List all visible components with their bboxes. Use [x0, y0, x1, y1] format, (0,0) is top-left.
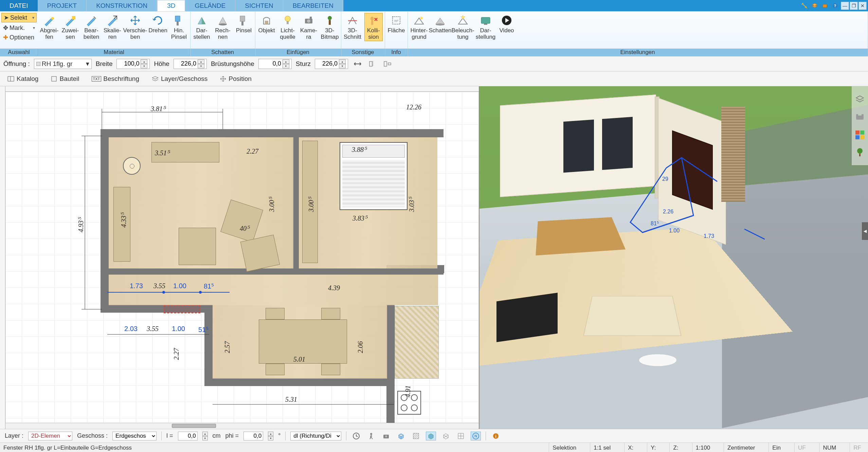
layer-button[interactable]: Layer/Geschoss: [148, 73, 211, 84]
placement-icon[interactable]: [382, 59, 393, 69]
sturz-input[interactable]: [317, 60, 338, 67]
menu-file[interactable]: DATEI: [0, 0, 38, 11]
verschieben-tool[interactable]: Verschie- ben: [124, 13, 146, 41]
abgreifen-tool[interactable]: Abgrei- fen: [40, 13, 58, 41]
phi-spin-down[interactable]: ▼: [268, 436, 273, 440]
menu-bearbeiten[interactable]: BEARBEITEN: [283, 0, 343, 11]
schatten-pinsel-tool[interactable]: Pinsel: [235, 13, 253, 35]
geschoss-select[interactable]: Erdgeschos: [112, 432, 157, 440]
view-3d[interactable]: 2.26 1.00 81⁵ 1.73 29 ◀: [480, 86, 868, 429]
layer-label: Layer/Geschoss: [161, 75, 207, 83]
view-2d[interactable]: 3.81⁵ 12.26 4.93⁵ 3.51⁵ 2.27 4.33⁵ 3.00⁵…: [0, 86, 480, 429]
flaeche-label: Fläche: [387, 28, 405, 34]
walk-icon[interactable]: [366, 432, 376, 440]
hintergrund-tool[interactable]: Hinter- grund: [410, 13, 428, 41]
hscroll-thumb[interactable]: [172, 424, 216, 428]
oeffnung-dropdown[interactable]: RH 1flg. gr ▾: [34, 59, 92, 69]
phi-input[interactable]: [243, 432, 263, 440]
optionen-button[interactable]: ✚ Optionen: [1, 33, 37, 42]
right-sidebar: [852, 86, 868, 165]
hatch-icon[interactable]: [411, 432, 421, 440]
menu-3d[interactable]: 3D: [157, 0, 185, 11]
schnitt-label: 3D- Schnitt: [344, 28, 361, 40]
materials-panel-icon[interactable]: [853, 128, 867, 141]
l-input[interactable]: [178, 432, 198, 440]
flaeche-tool[interactable]: m²Fläche: [387, 13, 405, 35]
dl-select[interactable]: dl (Richtung/Di: [290, 432, 341, 440]
grid-icon[interactable]: [456, 432, 466, 440]
bauteil-button[interactable]: Bauteil: [47, 73, 83, 84]
bruestung-spinner[interactable]: ▲▼: [283, 59, 289, 68]
restore-button[interactable]: ❐: [850, 2, 858, 10]
layer-select[interactable]: 2D-Elemen: [28, 432, 72, 440]
close-button[interactable]: ✕: [858, 2, 867, 10]
rechnen-tool[interactable]: Rech- nen: [214, 13, 232, 41]
kamera-tool[interactable]: Kame- ra: [300, 13, 318, 41]
layers-panel-icon[interactable]: [853, 92, 867, 106]
sturz-spinner[interactable]: ▲▼: [339, 59, 346, 68]
help-icon[interactable]: ?: [831, 2, 839, 10]
licht-tool[interactable]: Licht- quelle: [278, 13, 297, 41]
wire-icon[interactable]: [441, 432, 451, 440]
schnitt-tool[interactable]: 3D- Schnitt: [343, 13, 362, 41]
bruestung-input[interactable]: [261, 60, 281, 67]
box3d-icon[interactable]: [396, 432, 406, 440]
skalieren-tool[interactable]: Skalie- ren: [103, 13, 122, 41]
position-button[interactable]: Position: [216, 73, 255, 84]
bitmap-tool[interactable]: 3D- Bitmap: [321, 13, 339, 41]
furniture-panel-icon[interactable]: [853, 110, 867, 124]
objekt-tool[interactable]: Objekt: [257, 13, 276, 35]
l-spin-down[interactable]: ▼: [202, 436, 208, 440]
beschriftung-label: Beschriftung: [103, 75, 139, 83]
chair: [266, 364, 285, 375]
hscroll-2d[interactable]: [5, 423, 479, 429]
l-spin-up[interactable]: ▲: [202, 432, 208, 436]
breite-input[interactable]: [119, 60, 139, 67]
move-icon: [220, 75, 227, 82]
breite-field[interactable]: ▲▼: [116, 59, 150, 69]
zuweisen-tool[interactable]: Zuwei- sen: [61, 13, 79, 41]
drehen-tool[interactable]: Drehen: [149, 13, 167, 35]
kollision-tool[interactable]: Kolli- sion: [364, 13, 383, 41]
width-toggle-icon[interactable]: [352, 59, 363, 69]
darstellung-tool[interactable]: Dar- stellung: [476, 13, 495, 41]
kamera-label: Kame- ra: [300, 28, 317, 40]
info-icon[interactable]: i: [491, 432, 501, 440]
sturz-field[interactable]: ▲▼: [315, 59, 348, 69]
svg-point-50: [857, 148, 863, 154]
bruestung-field[interactable]: ▲▼: [258, 59, 292, 69]
hoehe-spinner[interactable]: ▲▼: [198, 59, 204, 68]
clock-icon[interactable]: [351, 432, 361, 440]
beleuchtung-tool[interactable]: Beleuch- tung: [452, 13, 474, 41]
mirror-icon[interactable]: [367, 59, 378, 69]
minimize-button[interactable]: —: [841, 2, 849, 10]
menu-gelaende[interactable]: GELÄNDE: [185, 0, 235, 11]
darstellen-tool[interactable]: Dar- stellen: [193, 13, 211, 41]
selected-door[interactable]: [164, 305, 200, 313]
plants-panel-icon[interactable]: [853, 145, 867, 159]
set-schatten-tool[interactable]: Schatten: [431, 13, 449, 35]
phi-spin-up[interactable]: ▲: [268, 432, 273, 436]
video-tool[interactable]: Video: [498, 13, 516, 35]
svg-point-53: [370, 433, 372, 435]
box-icon[interactable]: [821, 2, 829, 10]
hinpinsel-tool[interactable]: Hin. Pinsel: [170, 13, 188, 41]
menu-konstruktion[interactable]: KONSTRUKTION: [87, 0, 157, 11]
katalog-button[interactable]: Katalog: [3, 73, 42, 84]
north-icon[interactable]: N: [471, 432, 481, 440]
svg-rect-46: [855, 131, 860, 135]
beschriftung-button[interactable]: TXTBeschriftung: [88, 73, 143, 84]
collapse-handle[interactable]: ◀: [862, 222, 868, 240]
tools-icon[interactable]: [800, 2, 809, 10]
hoehe-input[interactable]: [176, 60, 196, 67]
hoehe-field[interactable]: ▲▼: [174, 59, 207, 69]
mark-button[interactable]: ✥ Mark. ▾: [1, 23, 37, 33]
selekt-button[interactable]: ➤ Selekt ▾: [1, 13, 37, 22]
breite-spinner[interactable]: ▲▼: [141, 59, 147, 68]
bearbeiten-tool[interactable]: Bear- beiten: [82, 13, 101, 41]
menu-sichten[interactable]: SICHTEN: [235, 0, 283, 11]
shaded-icon[interactable]: [426, 432, 436, 440]
camera-icon[interactable]: [381, 432, 391, 440]
layers-icon[interactable]: [811, 2, 819, 10]
menu-projekt[interactable]: PROJEKT: [38, 0, 87, 11]
